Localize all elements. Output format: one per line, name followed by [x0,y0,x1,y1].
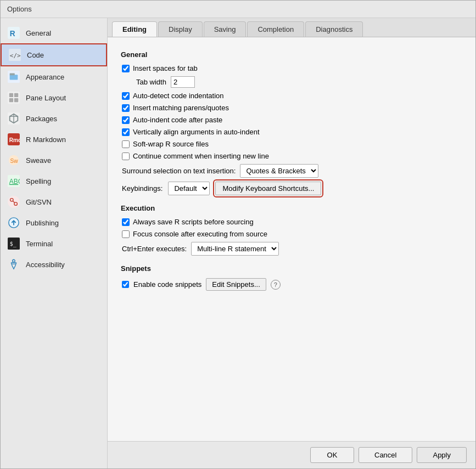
sidebar-item-sweave[interactable]: Sw Sweave [1,150,107,171]
enable-snippets-label: Enable code snippets [133,280,201,289]
sidebar-label-code: Code [27,51,44,59]
sidebar-item-publishing[interactable]: Publishing [1,212,107,233]
svg-text:R: R [10,30,15,38]
help-icon[interactable]: ? [271,280,281,290]
insert-spaces-checkbox[interactable] [122,65,130,72]
enable-snippets-checkbox[interactable] [122,281,129,288]
sidebar: R General </> Code Appearance [1,18,108,468]
keybindings-label: Keybindings: [122,184,163,193]
pane-layout-icon [7,91,20,104]
sidebar-label-spelling: Spelling [26,177,51,185]
code-icon: </> [8,48,21,61]
svg-text:Rmd: Rmd [9,137,20,143]
svg-rect-10 [9,98,13,102]
svg-text:$_: $_ [10,241,17,247]
soft-wrap-checkbox[interactable] [122,140,130,148]
window-title: Options [7,5,32,13]
auto-detect-label: Auto-detect code indentation [133,92,224,100]
sidebar-item-spelling[interactable]: ABC Spelling [1,171,107,191]
soft-wrap-row: Soft-wrap R source files [121,140,462,148]
ok-button[interactable]: OK [310,447,354,463]
sidebar-label-appearance: Appearance [26,73,64,81]
ctrl-enter-select[interactable]: Multi-line R statement Current line Curr… [191,242,279,256]
sidebar-label-accessibility: Accessibility [26,261,65,269]
tab-bar: Editing Display Saving Completion Diagno… [108,18,475,37]
svg-text:</>: </> [10,52,21,59]
always-save-checkbox[interactable] [122,218,130,226]
auto-detect-row: Auto-detect code indentation [121,92,462,100]
sweave-icon: Sw [7,154,20,167]
publishing-icon [7,216,20,229]
insert-spaces-label: Insert spaces for tab [133,64,198,72]
r-markdown-icon: Rmd [7,133,20,146]
sidebar-label-sweave: Sweave [26,156,51,165]
sidebar-label-r-markdown: R Markdown [26,135,66,144]
execution-section-title: Execution [121,204,462,212]
ctrl-enter-label: Ctrl+Enter executes: [122,245,187,253]
terminal-icon: $_ [7,237,20,250]
vertically-align-checkbox[interactable] [122,128,130,136]
tab-diagnostics[interactable]: Diagnostics [305,21,363,37]
main-content: Editing Display Saving Completion Diagno… [108,18,475,468]
snippets-row: Enable code snippets Edit Snippets... ? [121,278,462,291]
sidebar-label-packages: Packages [26,115,57,123]
insert-matching-row: Insert matching parens/quotes [121,104,462,112]
sidebar-item-accessibility[interactable]: Accessibility [1,254,107,275]
tab-editing[interactable]: Editing [112,21,157,37]
auto-indent-checkbox[interactable] [122,116,130,124]
tab-width-label: Tab width [136,78,166,86]
appearance-icon [7,70,20,83]
spelling-icon: ABC [7,174,20,188]
insert-spaces-row: Insert spaces for tab [121,64,462,72]
sidebar-label-terminal: Terminal [26,240,53,248]
focus-console-checkbox[interactable] [122,230,130,238]
sidebar-label-pane-layout: Pane Layout [26,94,66,102]
continue-comment-row: Continue comment when inserting new line [121,152,462,160]
general-section-title: General [121,50,462,59]
svg-rect-5 [10,75,18,80]
sidebar-item-r-markdown[interactable]: Rmd R Markdown [1,129,107,150]
accessibility-icon [7,258,20,271]
options-window: Options R General </> Code Appearance [0,0,476,469]
title-bar: Options [1,1,475,18]
modify-keyboard-shortcuts-button[interactable]: Modify Keyboard Shortcuts... [215,182,321,195]
focus-console-label: Focus console after executing from sourc… [133,230,267,238]
apply-button[interactable]: Apply [417,447,467,463]
keybindings-row: Keybindings: Default Vim Emacs Modify Ke… [121,182,462,195]
tab-width-row: Tab width [121,76,462,88]
ctrl-enter-row: Ctrl+Enter executes: Multi-line R statem… [121,242,462,256]
edit-snippets-button[interactable]: Edit Snippets... [206,278,266,291]
auto-detect-checkbox[interactable] [122,92,130,100]
r-icon: R [7,26,20,39]
keybindings-select[interactable]: Default Vim Emacs [168,182,210,195]
svg-rect-9 [14,93,18,97]
svg-text:ABC: ABC [9,178,20,185]
sidebar-item-packages[interactable]: Packages [1,108,107,129]
tab-saving[interactable]: Saving [204,21,247,37]
sidebar-item-general[interactable]: R General [1,22,107,43]
svg-text:Sw: Sw [10,158,19,164]
content-area: General Insert spaces for tab Tab width … [108,37,475,441]
focus-console-row: Focus console after executing from sourc… [121,230,462,238]
always-save-row: Always save R scripts before sourcing [121,218,462,226]
sidebar-item-git-svn[interactable]: Git/SVN [1,191,107,212]
auto-indent-label: Auto-indent code after paste [133,116,222,124]
sidebar-item-terminal[interactable]: $_ Terminal [1,233,107,254]
insert-matching-checkbox[interactable] [122,104,130,112]
sidebar-item-pane-layout[interactable]: Pane Layout [1,87,107,108]
packages-icon [7,112,20,125]
tab-completion[interactable]: Completion [247,21,304,37]
surround-row: Surround selection on text insertion: Qu… [121,164,462,178]
svg-rect-8 [9,93,13,97]
tab-width-input[interactable] [171,76,195,88]
continue-comment-checkbox[interactable] [122,152,130,160]
cancel-button[interactable]: Cancel [359,447,412,463]
sidebar-item-code[interactable]: </> Code [1,43,107,66]
svg-point-31 [13,259,15,262]
sidebar-item-appearance[interactable]: Appearance [1,66,107,87]
vertically-align-row: Vertically align arguments in auto-inden… [121,128,462,136]
auto-indent-row: Auto-indent code after paste [121,116,462,124]
sidebar-label-publishing: Publishing [26,219,59,227]
surround-select[interactable]: Quotes & Brackets Quotes None [240,164,318,178]
tab-display[interactable]: Display [158,21,203,37]
